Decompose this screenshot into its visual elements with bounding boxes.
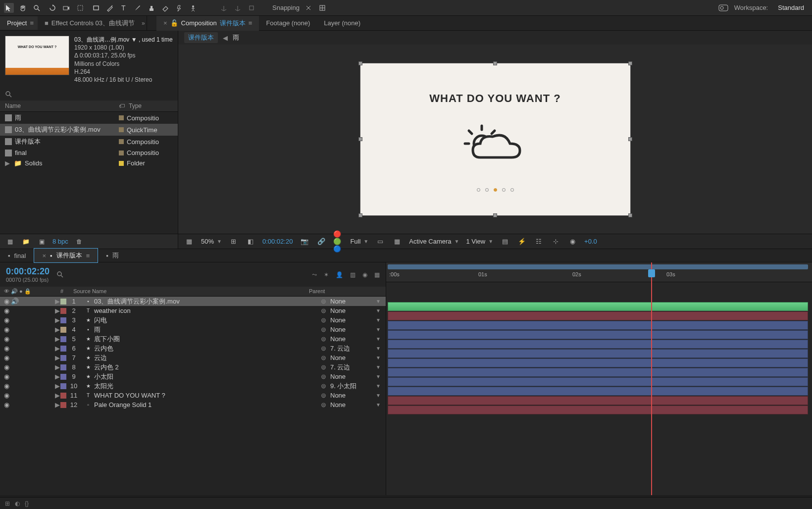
roto-brush-tool-icon[interactable] xyxy=(174,3,184,13)
snapping-options-icon[interactable] xyxy=(317,3,327,13)
draft-3d-icon[interactable]: ✶ xyxy=(324,271,329,278)
current-time-indicator[interactable] xyxy=(651,262,652,495)
layer-bar[interactable] xyxy=(388,340,808,349)
project-row[interactable]: ▶📁SolidsFolder xyxy=(0,158,178,168)
lock-icon[interactable]: 🔓 xyxy=(170,19,178,27)
project-panel-tab[interactable]: Project≡ xyxy=(0,16,38,30)
layer-bar[interactable] xyxy=(388,406,808,414)
layer-row[interactable]: ◉ ▶ 5 ★底下小圈 ⊚None▼ xyxy=(0,334,386,344)
camera-tool-icon[interactable] xyxy=(61,3,71,13)
local-axis-icon[interactable] xyxy=(219,3,229,13)
snapping-toggle-icon[interactable] xyxy=(304,3,313,13)
layer-panel-tab[interactable]: Layer (none) xyxy=(317,16,367,30)
layer-bar[interactable] xyxy=(388,377,808,386)
layer-bar[interactable] xyxy=(388,358,808,367)
snapping-label[interactable]: Snapping xyxy=(272,4,300,11)
timeline-track-area[interactable]: :00s 01s 02s 03s xyxy=(386,262,812,495)
layer-row[interactable]: ◉🔊 ▶ 1 ▪03、曲线调节云彩小案例.mov ⊚None▼ xyxy=(0,297,386,306)
reset-exposure-icon[interactable]: ◉ xyxy=(567,237,577,247)
timeline-search-icon[interactable] xyxy=(56,271,64,279)
puppet-tool-icon[interactable] xyxy=(188,3,198,13)
resolution-grid-icon[interactable]: ⊞ xyxy=(229,237,239,247)
timeline-icon[interactable]: ☷ xyxy=(534,237,544,247)
graph-editor-icon[interactable]: ▦ xyxy=(374,271,380,278)
rectangle-tool-icon[interactable] xyxy=(91,3,101,13)
new-folder-icon[interactable]: 📁 xyxy=(21,237,31,247)
layer-row[interactable]: ◉ ▶ 11 TWHAT DO YOU WANT ? ⊚None▼ xyxy=(0,391,386,400)
zoom-dropdown[interactable]: 50%▼ xyxy=(201,238,222,245)
layer-row[interactable]: ◉ ▶ 9 ★小太阳 ⊚None▼ xyxy=(0,372,386,381)
current-time-display[interactable]: 0:00:02:20 xyxy=(262,238,293,245)
layer-bar[interactable] xyxy=(388,368,808,377)
layer-row[interactable]: ◉ ▶ 2 Tweather icon ⊚None▼ xyxy=(0,306,386,315)
bpc-toggle[interactable]: 8 bpc xyxy=(52,238,68,245)
search-icon[interactable] xyxy=(5,91,173,99)
roi-icon[interactable]: ▭ xyxy=(375,237,385,247)
nav-back-icon[interactable]: ◀ xyxy=(223,34,228,42)
toggle-modes-icon[interactable]: ◐ xyxy=(15,500,20,507)
solo-col-icon[interactable]: ● xyxy=(19,288,23,295)
composition-canvas[interactable]: WHAT DO YOU WANT ? xyxy=(360,63,630,215)
layer-bar[interactable] xyxy=(388,330,808,339)
workspace-dropdown[interactable]: Standard xyxy=(774,3,808,12)
rotation-tool-icon[interactable] xyxy=(48,3,57,13)
zoom-tool-icon[interactable] xyxy=(32,3,42,13)
toggle-mask-icon[interactable]: ◧ xyxy=(246,237,255,247)
exposure-value[interactable]: +0.0 xyxy=(584,238,597,245)
new-comp-icon[interactable]: ▣ xyxy=(37,237,47,247)
search-help-icon[interactable] xyxy=(718,3,728,13)
project-row[interactable]: 雨Compositio xyxy=(0,112,178,124)
lock-col-icon[interactable]: 🔒 xyxy=(24,288,31,295)
footage-panel-tab[interactable]: Footage (none) xyxy=(259,16,317,30)
composition-panel-tab[interactable]: ×🔓 Composition 课件版本 ≡ xyxy=(156,16,259,31)
type-tool-icon[interactable]: T xyxy=(119,3,129,13)
camera-dropdown[interactable]: Active Camera▼ xyxy=(409,238,459,245)
project-row[interactable]: finalCompositio xyxy=(0,148,178,158)
eraser-tool-icon[interactable] xyxy=(160,3,170,13)
hide-shy-icon[interactable]: 👤 xyxy=(336,271,343,278)
transparency-grid-icon[interactable]: ▦ xyxy=(392,237,402,247)
layer-bar[interactable] xyxy=(388,387,808,396)
show-channel-icon[interactable]: 🔗 xyxy=(316,237,326,247)
fast-previews-icon[interactable]: ⚡ xyxy=(517,237,527,247)
layer-row[interactable]: ◉ ▶ 10 ★太阳光 ⊚9. 小太阳▼ xyxy=(0,381,386,391)
layer-row[interactable]: ◉ ▶ 4 ▪雨 ⊚None▼ xyxy=(0,325,386,334)
layer-bar[interactable] xyxy=(388,311,808,320)
timeline-tab-final[interactable]: ▪final xyxy=(0,250,34,262)
layer-bar[interactable] xyxy=(388,302,808,311)
layer-row[interactable]: ◉ ▶ 7 ★云边 ⊚None▼ xyxy=(0,353,386,362)
hand-tool-icon[interactable] xyxy=(18,3,28,13)
layer-bar[interactable] xyxy=(388,321,808,330)
project-row[interactable]: 课件版本Compositio xyxy=(0,136,178,148)
timeline-timecode[interactable]: 0:00:02:20 xyxy=(6,266,50,277)
work-area-bar[interactable] xyxy=(388,264,808,269)
delete-icon[interactable]: 🗑 xyxy=(74,237,84,247)
brush-tool-icon[interactable] xyxy=(133,3,143,13)
project-row[interactable]: 03、曲线调节云彩小案例.movQuickTime xyxy=(0,124,178,136)
view-axis-icon[interactable] xyxy=(247,3,256,13)
video-col-icon[interactable]: 👁 xyxy=(4,288,9,295)
toggle-switches-icon[interactable]: ⊞ xyxy=(5,500,10,507)
comp-nav-current[interactable]: 课件版本 xyxy=(184,32,218,43)
interpret-footage-icon[interactable]: ▦ xyxy=(5,237,15,247)
pixel-aspect-icon[interactable]: ▤ xyxy=(500,237,510,247)
layer-row[interactable]: ◉ ▶ 3 ★闪电 ⊚None▼ xyxy=(0,315,386,325)
clone-stamp-tool-icon[interactable] xyxy=(147,3,156,13)
effect-controls-tab[interactable]: ■Effect Controls 03、曲线调节 xyxy=(38,16,142,31)
layer-bar[interactable] xyxy=(388,349,808,358)
frame-blend-icon[interactable]: ▥ xyxy=(350,271,355,278)
audio-col-icon[interactable]: 🔊 xyxy=(11,288,18,295)
timeline-tab-rain[interactable]: ▪雨 xyxy=(98,249,127,262)
motion-blur-icon[interactable]: ◉ xyxy=(362,271,367,278)
timeline-ruler[interactable]: :00s 01s 02s 03s xyxy=(386,262,812,282)
comp-mini-flowchart-icon[interactable]: ⤳ xyxy=(312,271,317,278)
layer-row[interactable]: ◉ ▶ 12 ▫Pale Orange Solid 1 ⊚None▼ xyxy=(0,400,386,409)
selection-tool-icon[interactable] xyxy=(4,3,14,13)
comp-flowchart-icon[interactable]: ⊹ xyxy=(551,237,560,247)
world-axis-icon[interactable] xyxy=(233,3,243,13)
comp-nav-child[interactable]: 雨 xyxy=(233,33,239,42)
layer-row[interactable]: ◉ ▶ 8 ★云内色 2 ⊚7. 云边▼ xyxy=(0,362,386,372)
pen-tool-icon[interactable] xyxy=(105,3,115,13)
pan-behind-tool-icon[interactable] xyxy=(75,3,85,13)
snapshot-icon[interactable]: 📷 xyxy=(300,237,309,247)
